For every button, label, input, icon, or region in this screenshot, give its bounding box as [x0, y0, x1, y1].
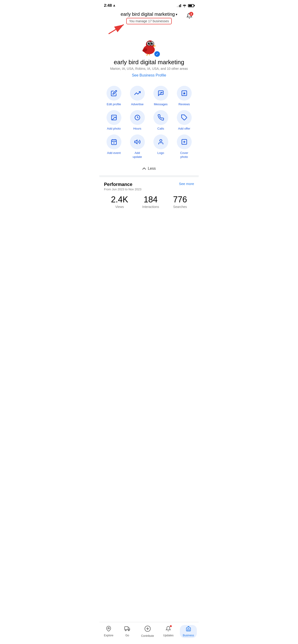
- add-update-icon: [130, 134, 145, 149]
- stat-interactions: 184 Interactions: [142, 195, 159, 209]
- action-add-update[interactable]: Addupdate: [127, 134, 148, 159]
- reviews-icon: [177, 86, 192, 100]
- chevron-up-icon: [142, 168, 146, 170]
- action-logo[interactable]: Logo: [150, 134, 171, 159]
- selected-business-name: early bird digital marketing: [121, 12, 175, 17]
- cover-photo-label: Coverphoto: [180, 151, 188, 159]
- action-cover-photo[interactable]: Coverphoto: [173, 134, 195, 159]
- messages-label: Messages: [154, 102, 168, 106]
- svg-point-0: [184, 7, 185, 8]
- action-messages[interactable]: Messages: [150, 86, 171, 106]
- action-reviews[interactable]: Reviews: [173, 86, 195, 106]
- business-location: Marion, IA, USA, Robins, IA, USA, and 10…: [110, 67, 188, 70]
- red-arrow-annotation: [104, 21, 132, 35]
- annotation-container: [99, 28, 199, 37]
- business-logo-container: ✓: [139, 37, 159, 57]
- logo-label: Logo: [157, 151, 164, 155]
- manage-badge: You manage 17 businesses: [126, 18, 172, 24]
- calls-icon: [153, 110, 168, 125]
- svg-point-34: [160, 139, 162, 142]
- action-advertise[interactable]: Advertise: [127, 86, 148, 106]
- action-add-photo[interactable]: Add photo: [103, 110, 125, 131]
- reviews-label: Reviews: [178, 102, 190, 106]
- performance-subtitle: From Jun 2023 to Nov 2023: [104, 188, 141, 191]
- advertise-label: Advertise: [131, 102, 143, 106]
- see-profile-link[interactable]: See Business Profile: [132, 73, 166, 78]
- profile-section: ✓ early bird digital marketing Marion, I…: [99, 37, 199, 81]
- stat-views: 2.4K Views: [111, 195, 128, 209]
- section-divider: [99, 175, 199, 177]
- svg-marker-22: [183, 92, 186, 94]
- add-photo-icon: [107, 110, 121, 125]
- bell-badge: 2: [189, 12, 193, 16]
- performance-title: Performance: [104, 182, 141, 187]
- searches-number: 776: [173, 195, 187, 204]
- stats-row: 2.4K Views 184 Interactions 776 Searches: [104, 195, 194, 209]
- svg-marker-5: [154, 45, 156, 47]
- views-label: Views: [115, 205, 124, 209]
- edit-profile-label: Edit profile: [107, 102, 121, 106]
- status-time: 2:48: [104, 3, 112, 8]
- calls-label: Calls: [157, 127, 164, 131]
- less-label: Less: [148, 166, 156, 170]
- business-selector[interactable]: early bird digital marketing ▾: [121, 12, 177, 17]
- add-event-icon: [107, 134, 121, 149]
- add-offer-label: Add offer: [178, 127, 190, 131]
- messages-icon: [153, 86, 168, 100]
- interactions-label: Interactions: [142, 205, 159, 209]
- signal-icon: [177, 4, 181, 7]
- edit-profile-icon: [107, 86, 121, 100]
- action-hours[interactable]: Hours: [127, 110, 148, 131]
- performance-header: Performance From Jun 2023 to Nov 2023 Se…: [104, 182, 194, 191]
- add-photo-label: Add photo: [107, 127, 121, 131]
- status-icons: [177, 4, 194, 7]
- performance-section: Performance From Jun 2023 to Nov 2023 Se…: [99, 177, 199, 213]
- hours-label: Hours: [133, 127, 141, 131]
- cover-photo-icon: [177, 134, 192, 149]
- svg-point-24: [113, 116, 114, 117]
- svg-marker-33: [135, 140, 137, 144]
- wifi-icon: [182, 4, 187, 7]
- action-calls[interactable]: Calls: [150, 110, 171, 131]
- views-number: 2.4K: [111, 195, 128, 204]
- battery-icon: [188, 4, 194, 7]
- add-update-label: Addupdate: [133, 151, 142, 159]
- verified-badge: ✓: [154, 51, 160, 57]
- interactions-number: 184: [144, 195, 158, 204]
- searches-label: Searches: [173, 205, 187, 209]
- notification-bell[interactable]: 2: [185, 12, 194, 21]
- dropdown-arrow-icon: ▾: [176, 12, 177, 16]
- action-edit-profile[interactable]: Edit profile: [103, 86, 125, 106]
- see-more-link[interactable]: See more: [179, 182, 194, 186]
- logo-icon: [153, 134, 168, 149]
- location-arrow-icon: [113, 4, 116, 7]
- advertise-icon: [130, 86, 145, 100]
- svg-rect-20: [161, 92, 162, 93]
- business-name: early bird digital marketing: [114, 59, 184, 66]
- svg-line-2: [109, 24, 124, 34]
- less-button[interactable]: Less: [99, 164, 199, 174]
- action-add-offer[interactable]: Add offer: [173, 110, 195, 131]
- hours-icon: [130, 110, 145, 125]
- stat-searches: 776 Searches: [173, 195, 187, 209]
- add-event-label: Add event: [107, 151, 121, 155]
- status-bar: 2:48: [99, 0, 199, 10]
- add-offer-icon: [177, 110, 192, 125]
- action-add-event[interactable]: Add event: [103, 134, 125, 159]
- svg-rect-27: [111, 140, 116, 144]
- svg-line-15: [146, 55, 147, 56]
- svg-point-11: [152, 43, 153, 44]
- action-grid: Edit profile Advertise Messages: [99, 81, 199, 164]
